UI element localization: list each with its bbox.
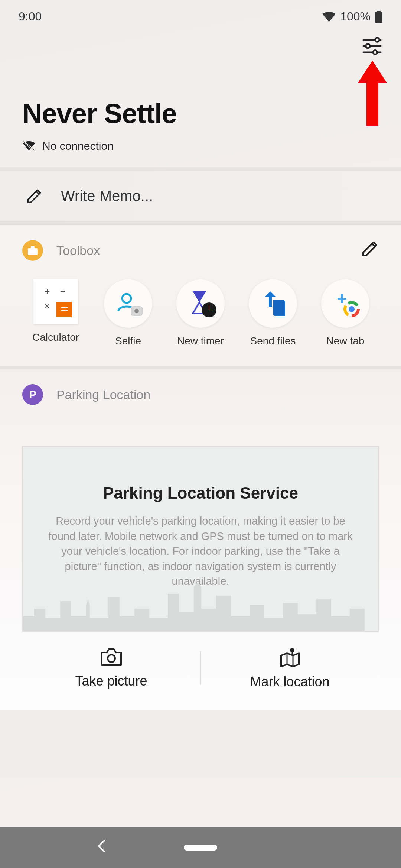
parking-info-box: Parking Location Service Record your veh… <box>22 446 379 632</box>
selfie-icon <box>104 279 152 328</box>
battery-icon <box>375 11 382 23</box>
parking-description: Record your vehicle's parking location, … <box>42 514 359 589</box>
svg-rect-1 <box>375 12 382 23</box>
toolbox-item-new-timer[interactable]: New timer <box>167 279 234 347</box>
send-files-icon <box>249 279 297 328</box>
pencil-icon <box>361 240 379 258</box>
write-memo-row[interactable]: Write Memo... <box>0 170 401 222</box>
home-indicator[interactable] <box>184 845 217 851</box>
status-right: 100% <box>322 10 382 23</box>
parking-badge-icon: P <box>22 384 43 405</box>
toolbox-item-selfie[interactable]: Selfie <box>95 279 162 347</box>
toolbox-item-label: Calculator <box>32 331 79 343</box>
settings-sliders-button[interactable] <box>362 35 382 55</box>
svg-rect-30 <box>273 300 284 315</box>
svg-point-37 <box>349 306 355 312</box>
svg-rect-12 <box>31 246 35 249</box>
toolbox-item-label: New timer <box>177 335 224 347</box>
svg-rect-18 <box>61 310 68 311</box>
sliders-icon <box>362 35 382 55</box>
system-nav-bar <box>0 827 401 868</box>
svg-marker-8 <box>358 61 387 126</box>
svg-marker-27 <box>264 291 276 297</box>
battery-text: 100% <box>340 10 371 23</box>
divider <box>0 222 401 225</box>
svg-marker-22 <box>193 291 206 302</box>
toolbox-badge-icon <box>22 240 43 261</box>
spacer <box>0 710 401 777</box>
svg-text:+: + <box>45 286 50 296</box>
svg-point-7 <box>373 50 377 54</box>
toolbox-item-new-tab[interactable]: New tab <box>312 279 379 347</box>
toolbox-edit-button[interactable] <box>361 240 379 259</box>
mark-location-label: Mark location <box>250 674 329 690</box>
svg-rect-0 <box>377 11 381 12</box>
parking-header: P Parking Location <box>22 384 379 405</box>
take-picture-label: Take picture <box>75 673 147 689</box>
highlight-arrow-icon <box>358 61 387 126</box>
timer-icon <box>176 279 225 328</box>
wifi-icon <box>322 12 336 22</box>
toolbox-item-label: New tab <box>326 335 365 347</box>
parking-actions: Take picture Mark location <box>22 647 379 690</box>
svg-point-38 <box>108 655 115 662</box>
map-pin-icon <box>279 647 301 667</box>
toolbox-item-label: Send files <box>250 335 296 347</box>
parking-section-title: Parking Location <box>56 388 150 402</box>
header: Never Settle No connection <box>0 23 401 167</box>
chevron-left-icon <box>97 839 107 854</box>
svg-text:−: − <box>60 286 65 296</box>
svg-point-19 <box>122 294 131 303</box>
camera-icon <box>100 647 123 667</box>
divider <box>0 167 401 170</box>
calculator-icon: + − × <box>33 279 78 324</box>
svg-rect-17 <box>61 307 68 308</box>
toolbox-item-label: Selfie <box>115 335 141 347</box>
svg-point-5 <box>366 44 370 48</box>
svg-rect-28 <box>269 297 272 307</box>
svg-point-3 <box>375 38 379 42</box>
toolbox-item-send-files[interactable]: Send files <box>239 279 306 347</box>
toolbox-title: Toolbox <box>56 243 100 258</box>
new-tab-icon <box>321 279 369 328</box>
svg-rect-11 <box>28 248 38 255</box>
parking-box-title: Parking Location Service <box>42 484 359 502</box>
toolbox-item-calculator[interactable]: + − × Calculator <box>22 279 89 347</box>
parking-card: P Parking Location Parking Location Serv… <box>0 369 401 710</box>
take-picture-button[interactable]: Take picture <box>22 647 200 689</box>
toolbox-card: Toolbox + − × Calculator <box>0 225 401 366</box>
memo-placeholder: Write Memo... <box>61 188 153 204</box>
pencil-icon <box>26 188 42 204</box>
toolbox-header: Toolbox <box>22 240 379 261</box>
svg-rect-16 <box>56 302 72 317</box>
parking-badge-letter: P <box>29 388 36 401</box>
connection-row: No connection <box>22 140 379 152</box>
wifi-off-icon <box>22 140 36 152</box>
toolbox-row: + − × Calculator Selfie <box>22 279 379 347</box>
skyline-icon <box>23 583 365 631</box>
status-bar: 9:00 100% <box>0 0 401 23</box>
page-title: Never Settle <box>22 98 379 129</box>
svg-point-21 <box>134 309 139 313</box>
status-time: 9:00 <box>19 10 42 23</box>
divider <box>0 366 401 369</box>
connection-text: No connection <box>42 140 114 152</box>
back-button[interactable] <box>97 839 107 857</box>
mark-location-button[interactable]: Mark location <box>201 647 379 690</box>
svg-text:×: × <box>45 301 50 311</box>
